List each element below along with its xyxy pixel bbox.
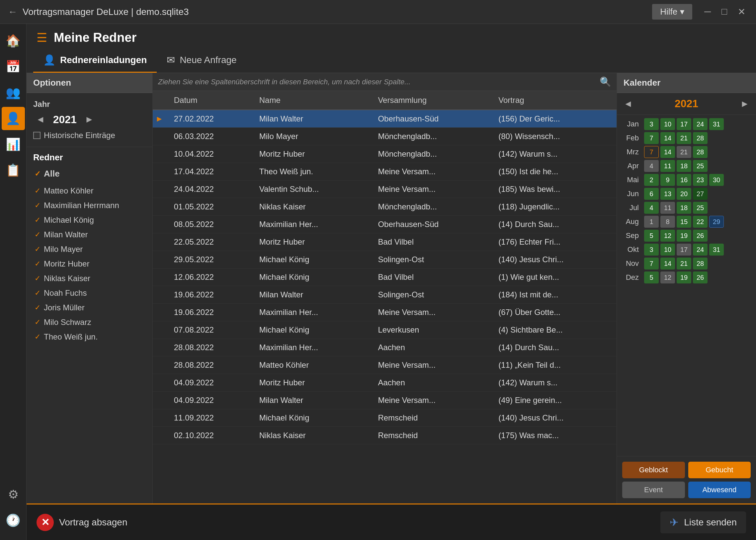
legend-btn-geblockt[interactable]: Geblockt: [622, 462, 685, 478]
sidebar-item-settings[interactable]: ⚙: [2, 483, 25, 506]
calendar-prev-button[interactable]: ◄: [624, 98, 633, 109]
calendar-next-button[interactable]: ►: [740, 98, 749, 109]
table-row[interactable]: 04.09.2022 Moritz Huber Aachen (142) War…: [153, 374, 617, 392]
year-next-button[interactable]: ►: [82, 113, 96, 126]
cal-day[interactable]: 10: [661, 118, 675, 130]
hilfe-button[interactable]: Hilfe ▾: [652, 4, 692, 20]
cal-day[interactable]: 14: [661, 132, 675, 144]
cal-day[interactable]: 2: [644, 174, 659, 186]
close-button[interactable]: ✕: [735, 5, 748, 19]
cal-day[interactable]: 11: [661, 160, 675, 172]
cal-day[interactable]: 14: [661, 146, 675, 158]
cal-day[interactable]: 3: [644, 118, 659, 130]
table-row[interactable]: 12.06.2022 Michael König Bad Vilbel (1) …: [153, 269, 617, 286]
redner-item-noah[interactable]: ✓Noah Fuchs: [33, 286, 146, 300]
table-row[interactable]: 02.10.2022 Niklas Kaiser Remscheid (175)…: [153, 427, 617, 445]
cal-day[interactable]: 7: [644, 146, 659, 158]
maximize-button[interactable]: □: [719, 5, 730, 19]
cal-day[interactable]: 25: [693, 160, 707, 172]
cal-day[interactable]: 16: [677, 174, 691, 186]
cancel-button[interactable]: ✕ Vortrag absagen: [37, 514, 127, 531]
table-row[interactable]: 06.03.2022 Milo Mayer Mönchengladb... (8…: [153, 128, 617, 145]
cal-day[interactable]: 5: [644, 271, 659, 283]
table-row[interactable]: 24.04.2022 Valentin Schub... Meine Versa…: [153, 181, 617, 198]
cal-day[interactable]: 31: [709, 118, 724, 130]
cal-day[interactable]: 27: [693, 188, 707, 200]
cal-day[interactable]: 28: [693, 146, 707, 158]
table-row[interactable]: 17.04.2022 Theo Weiß jun. Meine Versam..…: [153, 163, 617, 181]
cal-day[interactable]: 22: [693, 216, 707, 228]
redner-item-maximilian[interactable]: ✓Maximilian Herrmann: [33, 199, 146, 212]
cal-day[interactable]: 3: [644, 244, 659, 256]
data-table[interactable]: DatumNameVersammlungVortrag ► 27.02.2022…: [153, 91, 617, 503]
table-col-datum[interactable]: Datum: [169, 91, 254, 110]
sidebar-item-history[interactable]: 🕐: [2, 509, 25, 532]
cal-day[interactable]: 10: [661, 244, 675, 256]
back-arrow[interactable]: ←: [8, 7, 17, 17]
cal-day[interactable]: 13: [661, 188, 675, 200]
cal-day[interactable]: 8: [661, 216, 675, 228]
table-row[interactable]: 10.04.2022 Moritz Huber Mönchengladb... …: [153, 145, 617, 163]
redner-item-moritz[interactable]: ✓Moritz Huber: [33, 257, 146, 270]
table-row[interactable]: 22.05.2022 Moritz Huber Bad Vilbel (176)…: [153, 233, 617, 251]
table-row[interactable]: 28.08.2022 Maximilian Her... Aachen (14)…: [153, 339, 617, 356]
table-row[interactable]: 19.06.2022 Milan Walter Solingen-Ost (18…: [153, 286, 617, 304]
legend-btn-event[interactable]: Event: [622, 481, 685, 498]
table-row[interactable]: 28.08.2022 Matteo Köhler Meine Versam...…: [153, 356, 617, 374]
cal-day[interactable]: 19: [677, 271, 691, 283]
redner-item-milo2[interactable]: ✓Milo Schwarz: [33, 316, 146, 329]
table-row[interactable]: 29.05.2022 Michael König Solingen-Ost (1…: [153, 251, 617, 269]
legend-btn-abwesend[interactable]: Abwesend: [688, 481, 751, 498]
table-col-versammlung[interactable]: Versammlung: [373, 91, 493, 110]
cal-day[interactable]: 4: [644, 160, 659, 172]
redner-item-matteo[interactable]: ✓Matteo Köhler: [33, 184, 146, 198]
cal-day[interactable]: 23: [693, 174, 707, 186]
cal-day[interactable]: 31: [709, 244, 724, 256]
historische-row[interactable]: Historische Einträge: [33, 131, 146, 140]
redner-item-milan[interactable]: ✓Milan Walter: [33, 228, 146, 241]
cal-day[interactable]: 28: [693, 132, 707, 144]
cal-day[interactable]: 18: [677, 202, 691, 214]
cal-day[interactable]: 7: [644, 132, 659, 144]
table-row[interactable]: 08.05.2022 Maximilian Her... Oberhausen-…: [153, 216, 617, 233]
table-row[interactable]: 01.05.2022 Niklas Kaiser Mönchengladb...…: [153, 198, 617, 216]
cal-day[interactable]: 17: [677, 244, 691, 256]
table-row[interactable]: 04.09.2022 Milan Walter Meine Versam... …: [153, 392, 617, 409]
table-row[interactable]: 11.09.2022 Michael König Remscheid (140)…: [153, 409, 617, 427]
cal-day[interactable]: 11: [661, 202, 675, 214]
tab-neue-anfrage[interactable]: ✉ Neue Anfrage: [157, 48, 246, 73]
cal-day[interactable]: 21: [677, 258, 691, 270]
redner-item-theo[interactable]: ✓Theo Weiß jun.: [33, 330, 146, 343]
cal-day[interactable]: 20: [677, 188, 691, 200]
cal-day[interactable]: 6: [644, 188, 659, 200]
table-row[interactable]: 19.06.2022 Maximilian Her... Meine Versa…: [153, 304, 617, 321]
cal-day[interactable]: 26: [693, 271, 707, 283]
cal-day[interactable]: 9: [661, 174, 675, 186]
cal-day[interactable]: 17: [677, 118, 691, 130]
cal-day[interactable]: 24: [693, 118, 707, 130]
cal-day[interactable]: 25: [693, 202, 707, 214]
hamburger-icon[interactable]: ☰: [37, 31, 47, 45]
historische-checkbox[interactable]: [33, 132, 41, 139]
cal-day[interactable]: 26: [693, 230, 707, 242]
cal-day[interactable]: 21: [677, 146, 691, 158]
legend-btn-gebucht[interactable]: Gebucht: [688, 462, 751, 478]
cal-day[interactable]: 14: [661, 258, 675, 270]
minimize-button[interactable]: ─: [701, 5, 713, 19]
cal-day[interactable]: 29: [709, 216, 724, 228]
cal-day[interactable]: 28: [693, 258, 707, 270]
cal-day[interactable]: 18: [677, 160, 691, 172]
year-prev-button[interactable]: ◄: [33, 113, 48, 126]
sidebar-item-home[interactable]: 🏠: [2, 29, 25, 53]
cal-day[interactable]: 1: [644, 216, 659, 228]
redner-item-milo[interactable]: ✓Milo Mayer: [33, 243, 146, 256]
cal-day[interactable]: 30: [709, 174, 724, 186]
sidebar-item-excel[interactable]: 📊: [2, 133, 25, 156]
tab-rednereinladungen[interactable]: 👤 Rednereinladungen: [33, 48, 157, 73]
send-button[interactable]: ✈ Liste senden: [661, 511, 746, 533]
table-row[interactable]: 07.08.2022 Michael König Leverkusen (4) …: [153, 321, 617, 339]
cal-day[interactable]: 12: [661, 230, 675, 242]
redner-item-alle[interactable]: ✓Alle: [33, 167, 146, 181]
cal-day[interactable]: 15: [677, 216, 691, 228]
table-col-name[interactable]: Name: [254, 91, 373, 110]
